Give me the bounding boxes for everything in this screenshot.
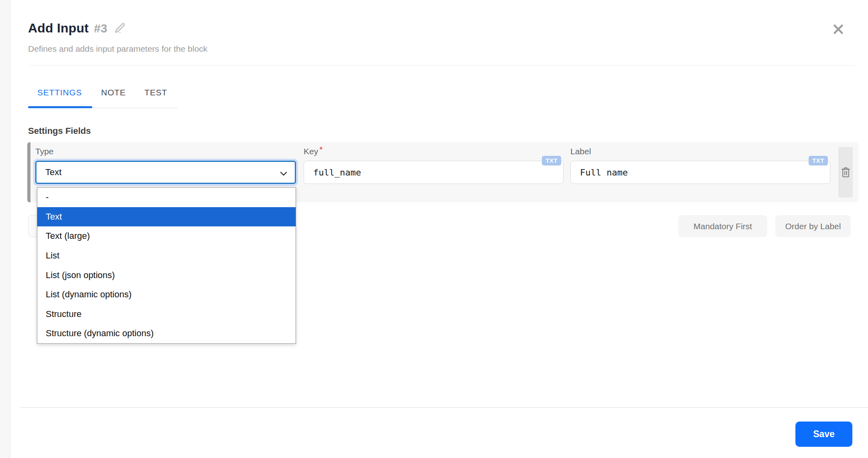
footer-divider — [20, 407, 868, 408]
type-field: Type Text — [35, 147, 296, 184]
page-title: Add Input — [28, 21, 89, 36]
label-field-label: Label — [570, 147, 830, 157]
delete-field-button[interactable] — [838, 147, 853, 198]
title-badge: #3 — [94, 22, 107, 35]
order-by-label-button[interactable]: Order by Label — [775, 215, 851, 237]
header-divider — [28, 65, 854, 66]
chevron-down-icon — [279, 169, 288, 178]
dropdown-option[interactable]: Structure (dynamic options) — [37, 324, 296, 343]
required-asterisk: * — [319, 145, 322, 154]
save-button[interactable]: Save — [795, 422, 852, 447]
modal-header: Add Input #3 — [28, 21, 126, 36]
label-input[interactable] — [570, 161, 830, 184]
type-dropdown-list: -TextText (large)ListList (json options)… — [37, 187, 296, 344]
page-subtitle: Defines and adds input parameters for th… — [28, 44, 207, 54]
type-select-value: Text — [37, 167, 61, 178]
key-input[interactable] — [304, 161, 564, 184]
type-select[interactable]: Text — [35, 161, 296, 184]
dropdown-option[interactable]: Structure — [37, 305, 296, 324]
type-field-label: Type — [35, 147, 296, 157]
dropdown-option[interactable]: List (json options) — [37, 265, 296, 285]
edit-pencil-icon[interactable] — [114, 22, 126, 35]
tab-test[interactable]: TEST — [144, 88, 167, 97]
key-type-badge: TXT — [542, 156, 561, 165]
close-button[interactable] — [830, 21, 846, 37]
active-tab-indicator — [28, 106, 92, 108]
background-side-strip — [0, 0, 10, 458]
label-field: Label TXT — [570, 147, 830, 184]
dropdown-option[interactable]: - — [37, 188, 296, 207]
key-field: Key* TXT — [304, 147, 564, 184]
label-type-badge: TXT — [809, 156, 828, 165]
tab-note[interactable]: NOTE — [101, 88, 126, 97]
key-field-label: Key — [304, 147, 318, 156]
tab-settings[interactable]: SETTINGS — [37, 88, 82, 97]
dropdown-option[interactable]: Text (large) — [37, 226, 296, 246]
dropdown-option[interactable]: Text — [37, 207, 296, 227]
dropdown-option[interactable]: List (dynamic options) — [37, 285, 296, 305]
trash-icon — [840, 166, 851, 178]
mandatory-first-button[interactable]: Mandatory First — [678, 215, 767, 237]
close-icon — [832, 23, 845, 36]
drag-handle[interactable] — [27, 142, 30, 202]
tab-bar-divider — [92, 108, 178, 108]
section-title: Settings Fields — [28, 126, 91, 136]
dropdown-option[interactable]: List — [37, 246, 296, 266]
